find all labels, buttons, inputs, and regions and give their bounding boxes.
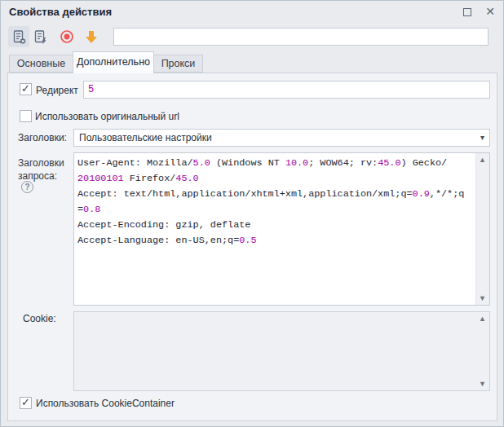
scrollbar-track: ▲ ▼ bbox=[475, 312, 489, 390]
maximize-icon[interactable] bbox=[463, 8, 471, 16]
tab-main[interactable]: Основные bbox=[9, 55, 73, 73]
request-headers-textarea[interactable]: User-Agent: Mozilla/5.0 (Windows NT 10.0… bbox=[73, 152, 490, 306]
headers-combo-label: Заголовки: bbox=[18, 132, 67, 143]
cookie-textarea[interactable]: ▲ ▼ bbox=[73, 311, 490, 391]
tab-advanced[interactable]: Дополнительно bbox=[73, 51, 154, 73]
cookie-text bbox=[77, 315, 473, 388]
document-gear-icon bbox=[11, 29, 27, 45]
chevron-down-icon[interactable]: ▾ bbox=[480, 130, 484, 145]
window-title: Свойства действия bbox=[9, 6, 112, 18]
redirect-count-input[interactable] bbox=[83, 81, 490, 99]
headers-combo[interactable]: Пользовательские настройки ▾ bbox=[73, 129, 490, 147]
redirect-label[interactable]: Редирект bbox=[36, 85, 78, 96]
down-arrow-icon bbox=[83, 29, 99, 45]
headers-combo-value: Пользовательские настройки bbox=[79, 130, 212, 146]
action-settings-button[interactable] bbox=[8, 26, 29, 47]
scroll-up-icon[interactable]: ▲ bbox=[479, 156, 486, 164]
document-lightning-icon bbox=[33, 29, 48, 45]
scroll-down-icon[interactable]: ▼ bbox=[479, 380, 486, 388]
use-original-url-checkbox[interactable] bbox=[20, 110, 32, 122]
request-headers-label: Заголовки запроса: bbox=[18, 156, 72, 183]
close-icon[interactable]: ✕ bbox=[485, 5, 495, 18]
action-edit-button[interactable] bbox=[29, 26, 51, 47]
use-original-url-label[interactable]: Использовать оригинальный url bbox=[35, 111, 179, 122]
use-cookiecontainer-label[interactable]: Использовать CookieContainer bbox=[36, 398, 175, 409]
scroll-down-icon[interactable]: ▼ bbox=[479, 294, 486, 302]
advanced-tab-panel: ✓ Редирект Использовать оригинальный url… bbox=[7, 73, 497, 421]
download-button[interactable] bbox=[81, 26, 102, 47]
record-button[interactable] bbox=[56, 26, 77, 47]
record-icon bbox=[59, 29, 75, 45]
cookie-label: Cookie: bbox=[23, 313, 56, 324]
action-properties-window: Свойства действия ✕ bbox=[0, 0, 504, 427]
use-cookiecontainer-checkbox[interactable]: ✓ bbox=[20, 397, 32, 409]
help-icon[interactable]: ? bbox=[21, 181, 33, 193]
redirect-checkbox[interactable]: ✓ bbox=[20, 83, 32, 95]
request-headers-text: User-Agent: Mozilla/5.0 (Windows NT 10.0… bbox=[77, 156, 473, 302]
tab-proxy[interactable]: Прокси bbox=[153, 55, 203, 73]
toolbar-input[interactable] bbox=[113, 28, 489, 46]
scrollbar-track: ▲ ▼ bbox=[475, 153, 489, 305]
titlebar: Свойства действия ✕ bbox=[1, 1, 503, 24]
scroll-up-icon[interactable]: ▲ bbox=[479, 315, 486, 323]
